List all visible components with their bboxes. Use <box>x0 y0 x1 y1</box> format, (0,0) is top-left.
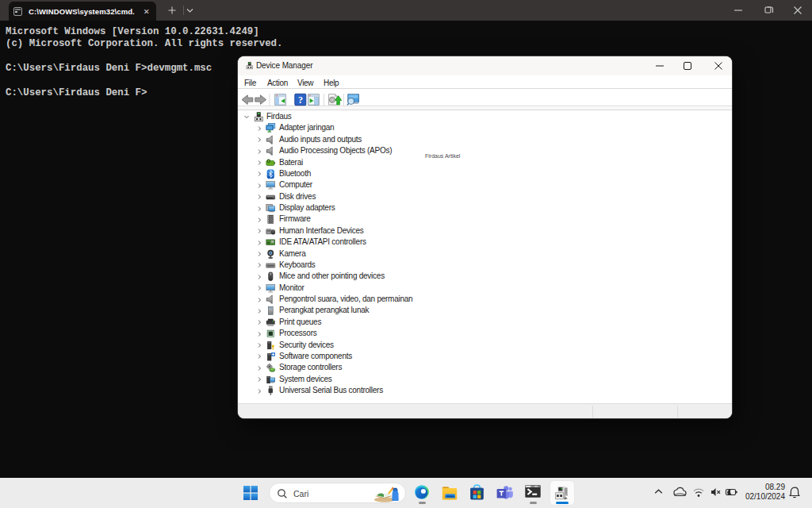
svg-text:?: ? <box>298 94 303 106</box>
